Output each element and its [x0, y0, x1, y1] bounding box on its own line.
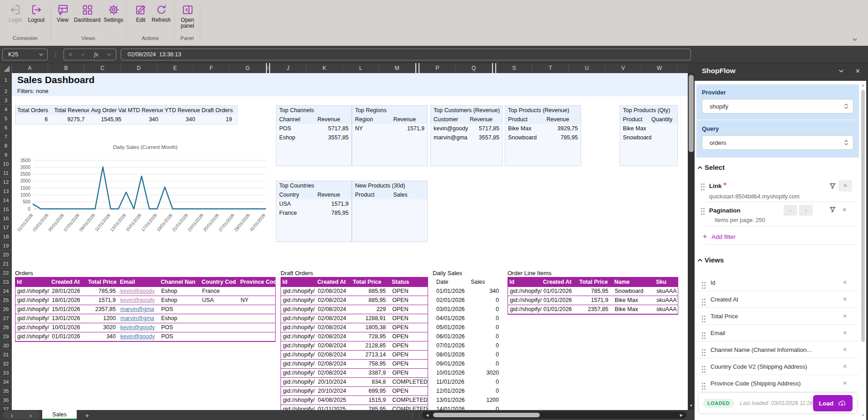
settings-button[interactable]: Settings: [103, 4, 124, 23]
drag-handle-icon[interactable]: [702, 316, 703, 317]
scroll-left-arrow-icon[interactable]: ◀: [426, 413, 429, 417]
pagination-next-button[interactable]: ›: [799, 205, 813, 216]
drag-handle-icon[interactable]: [702, 383, 703, 384]
row-header[interactable]: 2: [0, 87, 12, 96]
panel-scroll-down-icon[interactable]: ▼: [861, 414, 865, 417]
drag-handle-icon[interactable]: [702, 349, 703, 351]
view-field-row[interactable]: Province Code (Shipping Address) ✕: [695, 375, 859, 392]
confirm-entry-icon[interactable]: ✓: [81, 52, 85, 58]
view-field-row[interactable]: Total Price ✕: [695, 308, 859, 325]
column-header[interactable]: T: [533, 63, 569, 73]
filter-funnel-icon[interactable]: [829, 183, 836, 189]
column-header[interactable]: K: [306, 63, 343, 73]
row-header[interactable]: 28: [0, 323, 12, 332]
ribbon-collapse-chevron-icon[interactable]: [852, 37, 858, 42]
row-header[interactable]: 18: [0, 232, 12, 241]
row-header[interactable]: 20: [0, 250, 12, 259]
row-header[interactable]: 10: [0, 159, 12, 168]
row-header[interactable]: 15: [0, 205, 12, 214]
email-link[interactable]: kevin@goody: [118, 296, 159, 305]
panel-close-icon[interactable]: ✕: [855, 68, 860, 74]
column-header[interactable]: [415, 63, 419, 73]
remove-link-button[interactable]: ✕: [838, 180, 852, 192]
vertical-scrollbar[interactable]: ▼: [688, 73, 695, 410]
column-header[interactable]: M: [379, 63, 415, 73]
row-header[interactable]: 24: [0, 287, 12, 296]
row-header[interactable]: 32: [0, 359, 12, 368]
row-header[interactable]: 5: [0, 114, 12, 123]
column-header[interactable]: I: [266, 63, 270, 73]
add-filter-button[interactable]: + Add filter: [703, 232, 736, 241]
row-header[interactable]: 4: [0, 105, 12, 114]
row-header[interactable]: 34: [0, 377, 12, 386]
column-header[interactable]: U: [569, 63, 605, 73]
scroll-right-arrow-icon[interactable]: ▶: [680, 413, 683, 417]
row-header[interactable]: 17: [0, 223, 12, 232]
remove-view-icon[interactable]: ✕: [843, 296, 847, 302]
fx-chevron-icon[interactable]: [107, 53, 111, 56]
drag-handle-icon[interactable]: [701, 208, 702, 209]
column-header[interactable]: C: [84, 63, 121, 73]
row-header[interactable]: 27: [0, 314, 12, 323]
column-header[interactable]: B: [48, 63, 84, 73]
drag-handle-icon[interactable]: [702, 299, 703, 300]
column-header[interactable]: G: [230, 63, 266, 73]
email-link[interactable]: marvin@gma: [118, 305, 159, 314]
views-section-header[interactable]: Views: [697, 256, 724, 264]
remove-view-icon[interactable]: ✕: [843, 346, 847, 353]
row-header[interactable]: 30: [0, 341, 12, 350]
row-header[interactable]: 3: [0, 96, 12, 105]
scrollbar-grip-icon[interactable]: ⋮: [410, 411, 415, 418]
row-header[interactable]: 31: [0, 350, 12, 359]
remove-view-icon[interactable]: ✕: [843, 380, 847, 386]
remove-view-icon[interactable]: ✕: [843, 313, 847, 319]
panel-collapse-chevron-icon[interactable]: [838, 69, 844, 74]
email-link[interactable]: kevin@goody: [118, 323, 159, 332]
panel-scrollbar-thumb[interactable]: [861, 90, 865, 342]
drag-handle-icon[interactable]: [702, 332, 703, 334]
row-header[interactable]: 37: [0, 405, 12, 410]
row-header[interactable]: 19: [0, 241, 12, 250]
column-header[interactable]: A: [12, 63, 48, 73]
row-header[interactable]: 22: [0, 268, 12, 277]
row-header[interactable]: 16: [0, 214, 12, 223]
drag-handle-icon[interactable]: [702, 282, 703, 283]
row-header[interactable]: 9: [0, 150, 12, 159]
query-select[interactable]: orders: [702, 135, 853, 150]
view-field-row[interactable]: Created At ✕: [695, 291, 859, 308]
view-field-row[interactable]: Id ✕: [695, 274, 859, 291]
remove-view-icon[interactable]: ✕: [843, 279, 847, 286]
next-sheet-arrow-icon[interactable]: ›: [30, 411, 32, 419]
row-header[interactable]: 33: [0, 368, 12, 377]
logout-button[interactable]: Logout: [25, 4, 47, 23]
row-header[interactable]: 25: [0, 296, 12, 305]
row-header[interactable]: 1: [0, 73, 12, 87]
sheet-tab-sales[interactable]: Sales: [42, 410, 77, 420]
column-header[interactable]: P: [419, 63, 456, 73]
row-header[interactable]: 11: [0, 168, 12, 178]
row-header[interactable]: 14: [0, 196, 12, 205]
column-header[interactable]: J: [270, 63, 306, 73]
email-link[interactable]: marvin@gma: [118, 314, 159, 323]
row-header[interactable]: 6: [0, 123, 12, 132]
view-field-row[interactable]: Country Code V2 (Shipping Address) ✕: [695, 358, 859, 375]
column-header[interactable]: Q: [456, 63, 492, 73]
remove-view-icon[interactable]: ✕: [843, 363, 847, 370]
row-header[interactable]: 23: [0, 277, 12, 287]
formula-input[interactable]: 02/08/2024 13:38:13: [121, 49, 691, 60]
view-field-row[interactable]: Email ✕: [695, 325, 859, 341]
provider-select[interactable]: shopify: [702, 99, 853, 114]
insert-function-icon[interactable]: fx: [94, 51, 98, 58]
row-header[interactable]: 8: [0, 141, 12, 150]
select-section-header[interactable]: Select: [697, 163, 725, 171]
vertical-scrollbar-thumb[interactable]: [689, 75, 694, 152]
horizontal-scrollbar-thumb[interactable]: [433, 413, 540, 417]
column-header[interactable]: W: [641, 63, 678, 73]
row-header[interactable]: 36: [0, 395, 12, 405]
column-header[interactable]: S: [496, 63, 533, 73]
row-header[interactable]: 29: [0, 332, 12, 341]
name-box[interactable]: K25: [2, 49, 48, 60]
add-sheet-button[interactable]: +: [82, 410, 93, 420]
remove-pagination-icon[interactable]: ✕: [842, 207, 847, 213]
row-header[interactable]: 12: [0, 178, 12, 187]
